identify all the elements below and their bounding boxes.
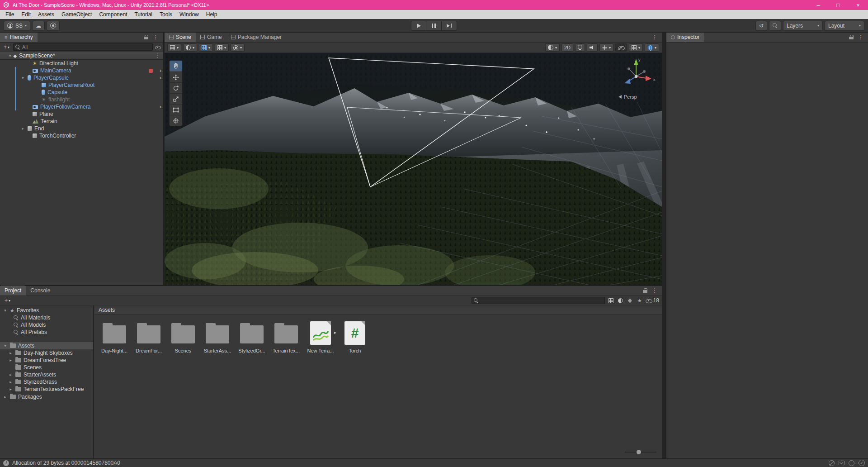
hierarchy-item-terrain[interactable]: Terrain — [0, 118, 163, 125]
hierarchy-item-capsule[interactable]: Capsule — [0, 89, 163, 96]
background-tasks-icon[interactable]: ✓ — [859, 460, 865, 466]
hierarchy-item-playercameraroot[interactable]: PlayerCameraRoot — [0, 81, 163, 89]
expand-asset-icon[interactable]: ▸ — [334, 330, 336, 335]
tree-assets-root[interactable]: ▾ Assets — [0, 342, 93, 349]
scene-audio-button[interactable] — [587, 43, 598, 52]
menu-tools[interactable]: Tools — [156, 10, 176, 19]
tool-handle-dropdown[interactable]: ▾ — [231, 43, 245, 52]
filter-by-type-icon[interactable] — [617, 298, 624, 303]
panel-menu-icon[interactable]: ⋮ — [650, 34, 659, 40]
asset-item-starterassets[interactable]: StarterAss... — [200, 320, 235, 353]
tree-folder-terraintexturespackfree[interactable]: ▸ TerrainTexturesPackFree — [0, 386, 93, 393]
rect-tool-button[interactable] — [170, 104, 182, 115]
tree-folder-starterassets[interactable]: ▸ StarterAssets — [0, 371, 93, 378]
scene-viewport[interactable]: y x Persp — [165, 53, 662, 285]
tree-folder-stylizedgrass[interactable]: ▸ StylizedGrass — [0, 378, 93, 386]
expand-icon[interactable]: ▸ — [8, 351, 13, 355]
draw-mode-dropdown[interactable]: ▾ — [545, 43, 560, 52]
menu-help[interactable]: Help — [203, 10, 221, 19]
tree-folder-scenes[interactable]: Scenes — [0, 364, 93, 371]
scale-tool-button[interactable] — [170, 93, 182, 104]
filter-by-label-icon[interactable] — [627, 298, 634, 303]
account-button[interactable]: SS ▾ — [4, 21, 30, 31]
asset-item-new-terrain[interactable]: ▸ New Terra... — [303, 320, 338, 353]
menu-edit[interactable]: Edit — [18, 10, 34, 19]
project-search[interactable] — [472, 297, 605, 304]
asset-item-dreamforest[interactable]: DreamFor... — [132, 320, 166, 353]
scene-menu-icon[interactable]: ⋮ — [153, 52, 162, 59]
gizmos-dropdown[interactable]: ▾ — [645, 43, 659, 52]
tree-all-models[interactable]: All Models — [0, 321, 93, 329]
rotate-tool-button[interactable] — [170, 82, 182, 93]
hierarchy-item-plane[interactable]: Plane — [0, 110, 163, 118]
collab-button[interactable] — [47, 21, 60, 31]
panel-menu-icon[interactable]: ⋮ — [856, 34, 865, 40]
expand-icon[interactable]: ▸ — [3, 395, 8, 399]
hidden-count[interactable]: 18 — [646, 297, 659, 304]
hierarchy-item-end[interactable]: ▸ End — [0, 125, 163, 132]
tree-favorites[interactable]: ▾ ★ Favorites — [0, 307, 93, 314]
pivot-mode-dropdown[interactable]: ▾ — [167, 43, 181, 52]
hierarchy-item-torchcontroller[interactable]: TorchController — [0, 132, 163, 139]
tab-inspector[interactable]: Inspector — [666, 32, 704, 42]
move-tool-button[interactable] — [170, 71, 182, 82]
notifications-muted-icon[interactable] — [829, 460, 835, 466]
tab-project[interactable]: Project — [0, 286, 26, 295]
prefab-open-arrow[interactable]: › — [160, 67, 161, 74]
transform-tool-button[interactable] — [170, 115, 182, 126]
expand-icon[interactable]: ▸ — [8, 380, 13, 384]
tree-all-materials[interactable]: All Materials — [0, 314, 93, 321]
menu-window[interactable]: Window — [176, 10, 203, 19]
layout-dropdown[interactable]: Layout ▾ — [825, 21, 864, 31]
play-button[interactable] — [411, 21, 426, 31]
global-search-button[interactable] — [769, 21, 781, 31]
camera-settings-dropdown[interactable]: ▾ — [629, 43, 643, 52]
asset-item-stylizedgrass[interactable]: StylizedGr... — [235, 320, 269, 353]
services-status-icon[interactable] — [849, 460, 854, 466]
tab-scene[interactable]: Scene — [165, 32, 196, 42]
tree-folder-dreamforesttree[interactable]: ▸ DreamForestTree — [0, 357, 93, 364]
expand-icon[interactable]: ▸ — [20, 126, 25, 131]
expand-icon[interactable]: ▸ — [8, 387, 13, 391]
tree-all-prefabs[interactable]: All Prefabs — [0, 329, 93, 336]
hierarchy-item-maincamera[interactable]: MainCamera › — [0, 67, 163, 74]
expand-icon[interactable]: ▸ — [8, 358, 13, 362]
collapse-icon[interactable]: ▾ — [9, 53, 11, 58]
asset-item-scenes[interactable]: Scenes — [166, 320, 200, 353]
open-search-window-icon[interactable] — [608, 298, 614, 303]
cloud-services-button[interactable]: ☁ — [32, 21, 45, 31]
lock-icon[interactable] — [849, 35, 854, 40]
hierarchy-item-playercapsule[interactable]: ▾ PlayerCapsule › — [0, 74, 163, 81]
expand-icon[interactable]: ▸ — [8, 372, 13, 377]
menu-file[interactable]: File — [2, 10, 18, 19]
minimize-button[interactable]: – — [808, 0, 828, 10]
hierarchy-search[interactable] — [13, 43, 153, 51]
menu-assets[interactable]: Assets — [34, 10, 58, 19]
zoom-slider-thumb[interactable] — [637, 450, 641, 454]
pause-button[interactable] — [426, 21, 442, 31]
breadcrumb[interactable]: Assets — [95, 305, 662, 315]
prefab-open-arrow[interactable]: › — [160, 75, 161, 81]
collapse-icon[interactable]: ▾ — [3, 343, 8, 348]
maximize-button[interactable]: □ — [828, 0, 848, 10]
tree-folder-day-night-skyboxes[interactable]: ▸ Day-Night Skyboxes — [0, 349, 93, 357]
menu-tutorial[interactable]: Tutorial — [131, 10, 156, 19]
menu-gameobject[interactable]: GameObject — [58, 10, 95, 19]
hierarchy-item-flashlight[interactable]: ☀ flashlight — [0, 96, 163, 103]
prefab-open-arrow[interactable]: › — [160, 104, 161, 110]
step-button[interactable] — [442, 21, 457, 31]
snap-increment-dropdown[interactable]: ▾ — [215, 43, 229, 52]
undo-history-button[interactable]: ↺ — [755, 21, 767, 31]
asset-item-terraintextures[interactable]: TerrainTex... — [269, 320, 303, 353]
grid-snapping-dropdown[interactable]: ▾ — [199, 43, 213, 52]
status-message[interactable]: Allocation of 29 bytes at 00000145807800… — [12, 460, 120, 466]
asset-zoom-slider[interactable] — [625, 449, 656, 455]
scene-header-row[interactable]: ▾ ◆ SampleScene* ⋮ — [0, 52, 163, 60]
tree-packages-root[interactable]: ▸ Packages — [0, 393, 93, 400]
lock-icon[interactable] — [643, 288, 647, 293]
panel-menu-icon[interactable]: ⋮ — [151, 34, 160, 40]
hand-tool-button[interactable] — [170, 61, 182, 71]
saved-search-icon[interactable]: ★ — [637, 298, 643, 304]
messages-icon[interactable] — [839, 461, 844, 465]
collapse-icon[interactable]: ▾ — [3, 308, 8, 313]
